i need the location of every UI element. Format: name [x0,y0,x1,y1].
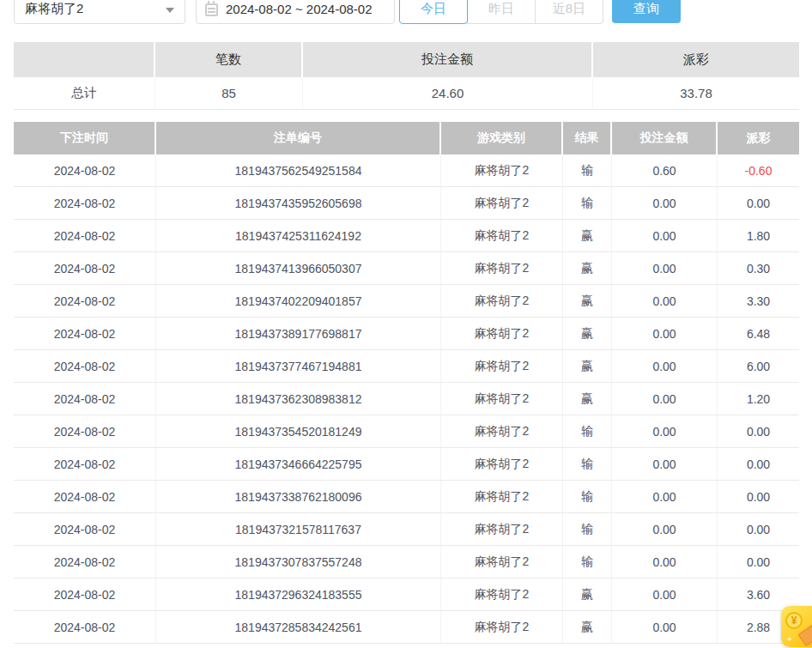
cell-date: 2024-08-02 [14,383,156,415]
gold-coin-icon: ¥ [785,612,803,629]
summary-header-empty [14,42,155,77]
cell-bet: 0.00 [612,383,718,415]
cell-result: 赢 [563,611,612,644]
cell-date: 2024-08-02 [14,350,156,383]
cell-bet: 0.60 [612,154,718,187]
cell-bet: 0.00 [612,611,718,644]
cell-order_no: 1819437338762180096 [156,481,441,513]
cell-result: 输 [563,448,612,481]
cell-bet: 0.00 [612,513,718,546]
bet-table-header: 下注时间 注单编号 游戏类别 结果 投注金额 派彩 [14,122,799,154]
toolbar: 麻将胡了2 2024-08-02 ~ 2024-08-02 今日 昨日 近8日 … [14,0,812,24]
today-button[interactable]: 今日 [399,0,468,24]
table-row: 2024-08-021819437354520181249麻将胡了2输0.000… [14,415,799,448]
table-row: 2024-08-021819437377467194881麻将胡了2赢0.006… [14,350,799,383]
col-header-result: 结果 [563,122,612,154]
cell-result: 赢 [563,220,612,252]
game-select[interactable]: 麻将胡了2 [14,0,185,24]
cell-order_no: 1819437346664225795 [156,448,441,481]
cell-game: 麻将胡了2 [441,285,563,318]
cell-order_no: 1819437321578117637 [156,513,441,546]
cell-bet: 0.00 [612,252,718,285]
bet-records-page: 麻将胡了2 2024-08-02 ~ 2024-08-02 今日 昨日 近8日 … [0,0,812,644]
cell-bet: 0.00 [612,187,718,220]
table-row: 2024-08-021819437435952605698麻将胡了2输0.000… [14,187,799,220]
cell-date: 2024-08-02 [14,448,156,481]
cell-result: 输 [563,187,612,220]
cell-game: 麻将胡了2 [441,546,563,578]
cell-date: 2024-08-02 [14,220,156,252]
summary-total-bet-amount: 24.60 [303,77,593,110]
summary-total-payout: 33.78 [593,77,799,110]
cell-game: 麻将胡了2 [441,578,563,611]
cell-payout: 0.30 [718,252,799,285]
cell-game: 麻将胡了2 [441,415,563,448]
cell-bet: 0.00 [612,285,718,318]
yesterday-button[interactable]: 昨日 [467,0,536,24]
cell-game: 麻将胡了2 [441,187,563,220]
cell-payout: 0.00 [718,513,799,546]
table-row: 2024-08-021819437346664225795麻将胡了2输0.000… [14,448,799,481]
cell-order_no: 1819437389177698817 [156,318,441,350]
table-row: 2024-08-021819437413966050307麻将胡了2赢0.000… [14,252,799,285]
summary-header-bet-amount: 投注金额 [303,42,593,77]
cell-game: 麻将胡了2 [441,350,563,383]
cell-result: 输 [563,546,612,578]
cell-result: 赢 [563,285,612,318]
col-header-payout: 派彩 [718,122,799,154]
cell-order_no: 1819437413966050307 [156,252,441,285]
table-row: 2024-08-021819437321578117637麻将胡了2输0.000… [14,513,799,546]
cell-payout: 0.00 [718,448,799,481]
cell-result: 赢 [563,578,612,611]
table-row: 2024-08-021819437285834242561麻将胡了2赢0.002… [14,611,799,644]
game-select-value: 麻将胡了2 [25,1,83,17]
cell-date: 2024-08-02 [14,546,156,578]
cell-date: 2024-08-02 [14,415,156,448]
bet-table-body: 2024-08-021819437562549251584麻将胡了2输0.60-… [14,154,799,644]
chevron-down-icon [166,8,174,13]
cell-game: 麻将胡了2 [441,383,563,415]
cell-bet: 0.00 [612,415,718,448]
cell-bet: 0.00 [612,481,718,513]
col-header-bet-amount: 投注金额 [612,122,718,154]
cell-game: 麻将胡了2 [441,513,563,546]
cell-order_no: 1819437377467194881 [156,350,441,383]
table-row: 2024-08-021819437402209401857麻将胡了2赢0.003… [14,285,799,318]
cell-result: 输 [563,513,612,546]
query-button[interactable]: 查询 [612,0,681,23]
cell-bet: 0.00 [612,578,718,611]
table-row: 2024-08-021819437389177698817麻将胡了2赢0.006… [14,318,799,350]
cell-game: 麻将胡了2 [441,154,563,187]
cell-game: 麻将胡了2 [441,611,563,644]
cell-order_no: 1819437425311624192 [156,220,441,252]
cell-result: 输 [563,481,612,513]
last-8-days-button[interactable]: 近8日 [535,0,603,24]
cell-date: 2024-08-02 [14,481,156,513]
calendar-icon [205,3,218,16]
table-row: 2024-08-021819437362308983812麻将胡了2赢0.001… [14,383,799,415]
cell-payout: 6.48 [718,318,799,350]
cell-game: 麻将胡了2 [441,220,563,252]
cell-bet: 0.00 [612,350,718,383]
summary-header-count: 笔数 [155,42,303,77]
cell-bet: 0.00 [612,448,718,481]
cell-game: 麻将胡了2 [441,448,563,481]
summary-header-payout: 派彩 [593,42,799,77]
summary-total-count: 85 [155,77,303,110]
table-row: 2024-08-021819437307837557248麻将胡了2输0.000… [14,546,799,578]
summary-header-row: 笔数 投注金额 派彩 [14,42,799,77]
cell-order_no: 1819437296324183555 [156,578,441,611]
cell-order_no: 1819437562549251584 [156,154,441,187]
table-row: 2024-08-021819437425311624192麻将胡了2赢0.001… [14,220,799,252]
date-range-input[interactable]: 2024-08-02 ~ 2024-08-02 [196,0,395,24]
quick-range-group: 今日 昨日 近8日 [399,0,603,24]
cell-payout: 0.00 [718,481,799,513]
cell-result: 赢 [563,383,612,415]
cell-result: 赢 [563,350,612,383]
summary-total-row: 总计 85 24.60 33.78 [14,77,799,110]
cell-payout: 0.00 [718,415,799,448]
cell-bet: 0.00 [612,220,718,252]
cell-game: 麻将胡了2 [441,252,563,285]
cell-date: 2024-08-02 [14,513,156,546]
promo-float-button[interactable]: ¥ ✦ [781,606,812,647]
